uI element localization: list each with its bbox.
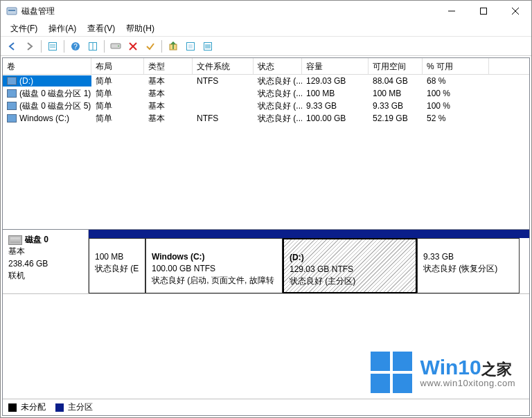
- action2-button[interactable]: [182, 39, 199, 54]
- menu-action[interactable]: 操作(A): [43, 21, 82, 36]
- legend-primary: 主分区: [55, 401, 93, 413]
- titlebar: 磁盘管理: [1, 1, 531, 21]
- volume-list-pane[interactable]: 卷 布局 类型 文件系统 状态 容量 可用空间 % 可用 (D:)简单基本NTF…: [3, 58, 529, 230]
- menu-help[interactable]: 帮助(H): [121, 21, 160, 36]
- menu-view[interactable]: 查看(V): [82, 21, 121, 36]
- toolbar: ?: [1, 37, 531, 56]
- col-type[interactable]: 类型: [144, 58, 193, 74]
- disk-icon: [8, 235, 22, 245]
- volume-row[interactable]: Windows (C:)简单基本NTFS状态良好 (...100.00 GB52…: [3, 112, 529, 125]
- disk-icon-button[interactable]: [107, 39, 124, 54]
- action1-button[interactable]: [165, 39, 181, 54]
- graphical-pane[interactable]: 磁盘 0 基本 238.46 GB 联机 100 MB状态良好 (EWindow…: [3, 230, 529, 415]
- legend-unallocated: 未分配: [8, 401, 46, 413]
- svg-rect-19: [188, 44, 193, 48]
- legend: 未分配 主分区: [3, 399, 529, 415]
- window-title: 磁盘管理: [21, 6, 436, 17]
- col-pctfree[interactable]: % 可用: [423, 58, 489, 74]
- menu-file[interactable]: 文件(F): [5, 21, 43, 36]
- col-status[interactable]: 状态: [254, 58, 302, 74]
- delete-button[interactable]: [125, 39, 141, 54]
- back-button[interactable]: [4, 39, 21, 54]
- maximize-button[interactable]: [468, 1, 499, 21]
- col-fs[interactable]: 文件系统: [193, 58, 254, 74]
- partition[interactable]: 100 MB状态良好 (E: [89, 238, 145, 293]
- svg-rect-3: [481, 8, 487, 15]
- disk-label: 磁盘 0: [25, 235, 48, 244]
- svg-rect-1: [8, 10, 15, 11]
- col-capacity[interactable]: 容量: [302, 58, 369, 74]
- volume-icon: [7, 102, 17, 110]
- action3-button[interactable]: [200, 39, 216, 54]
- col-volume[interactable]: 卷: [3, 58, 91, 74]
- menu-bar: 文件(F) 操作(A) 查看(V) 帮助(H): [1, 21, 531, 37]
- svg-rect-6: [49, 42, 57, 50]
- properties-button[interactable]: [44, 39, 61, 54]
- volume-icon: [7, 77, 17, 85]
- partition[interactable]: Windows (C:)100.00 GB NTFS状态良好 (启动, 页面文件…: [145, 238, 283, 293]
- volume-icon: [7, 89, 17, 98]
- forward-button[interactable]: [21, 39, 38, 54]
- volume-row[interactable]: (磁盘 0 磁盘分区 5)简单基本状态良好 (...9.33 GB9.33 GB…: [3, 100, 529, 112]
- disk-row[interactable]: 磁盘 0 基本 238.46 GB 联机 100 MB状态良好 (EWindow…: [3, 230, 529, 294]
- help-button[interactable]: ?: [67, 39, 84, 54]
- svg-text:?: ?: [73, 43, 78, 51]
- volume-list-header: 卷 布局 类型 文件系统 状态 容量 可用空间 % 可用: [3, 58, 529, 75]
- disk-info: 磁盘 0 基本 238.46 GB 联机: [3, 230, 89, 293]
- settings-list-button[interactable]: [85, 39, 101, 54]
- svg-point-14: [118, 45, 119, 46]
- disk-state: 联机: [8, 270, 82, 282]
- volume-row[interactable]: (D:)简单基本NTFS状态良好 (...129.03 GB88.04 GB68…: [3, 75, 529, 87]
- col-free[interactable]: 可用空间: [369, 58, 423, 74]
- check-button[interactable]: [142, 39, 159, 54]
- app-icon: [6, 6, 17, 17]
- disk-type: 基本: [8, 246, 82, 257]
- minimize-button[interactable]: [436, 1, 468, 21]
- partition[interactable]: 9.33 GB状态良好 (恢复分区): [417, 238, 520, 293]
- col-layout[interactable]: 布局: [91, 58, 144, 74]
- close-button[interactable]: [499, 1, 531, 21]
- partition[interactable]: (D:)129.03 GB NTFS状态良好 (主分区): [283, 238, 417, 293]
- disk-size: 238.46 GB: [8, 258, 82, 270]
- volume-row[interactable]: (磁盘 0 磁盘分区 1)简单基本状态良好 (...100 MB100 MB10…: [3, 87, 529, 100]
- volume-icon: [7, 114, 17, 122]
